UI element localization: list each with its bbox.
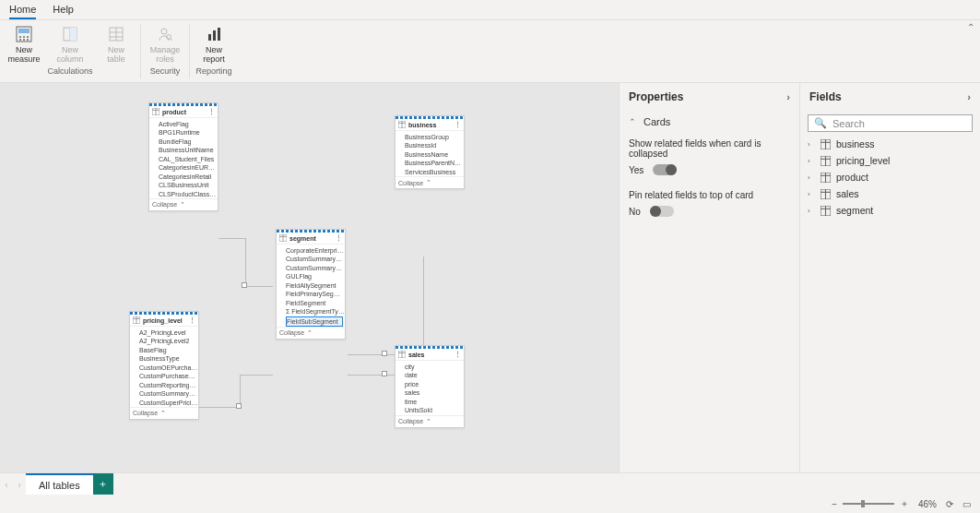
card-collapse[interactable]: Collapse⌃ [130,407,198,419]
table-card-segment[interactable]: segment⋮ CorporateEnterpriseFlagCustomSu… [276,229,346,340]
ribbon-group-sec-label: Security [150,66,181,76]
model-canvas[interactable]: product⋮ ActiveFlagBPG1RuntimeBundleFlag… [0,83,619,476]
tab-all-tables[interactable]: All tables [26,473,93,495]
manage-roles-label: Manage roles [150,46,181,65]
table-icon [821,156,831,166]
table-icon [821,189,831,199]
card-more-icon[interactable]: ⋮ [336,234,342,242]
fit-page-icon[interactable]: ⟳ [946,499,953,509]
new-report-label: New report [203,46,225,65]
table-icon [398,121,406,128]
new-table-button[interactable]: New table [96,22,136,65]
page-tabs: ‹ › All tables ＋ [0,472,980,495]
svg-rect-10 [70,28,77,41]
ribbon-group-reporting: New report Reporting [190,20,238,82]
card-collapse[interactable]: Collapse⌃ [396,415,464,427]
bar-chart-icon [205,22,223,46]
new-column-label: New column [56,46,83,65]
ribbon-group-calc-label: Calculations [47,66,92,76]
new-measure-label: New measure [7,46,40,65]
card-collapse[interactable]: Collapse⌃ [396,176,464,188]
table-card-pricing-level[interactable]: pricing_level⋮ A2_PricingLevelA2_Pricing… [129,311,199,420]
zoom-in-icon[interactable]: ＋ [900,497,909,510]
card-more-icon[interactable]: ⋮ [455,351,461,358]
related-fields-label: Show related fields when card is collaps… [620,133,799,161]
svg-rect-19 [213,30,216,41]
card-body: ActiveFlagBPG1RuntimeBundleFlagBusinessU… [149,118,218,198]
fields-pane: Fields› 🔍 Search ›business ›pricing_leve… [799,83,980,476]
card-body: A2_PricingLevelA2_PricingLevel2BaseFlagB… [130,327,198,407]
ribbon-collapse-button[interactable]: ⌃ [962,20,980,82]
zoom-slider[interactable]: − ＋ [832,497,909,510]
person-search-icon [156,22,174,46]
card-more-icon[interactable]: ⋮ [208,108,215,115]
table-icon [279,234,287,242]
fit-page-icon-2[interactable]: ▭ [962,499,971,509]
svg-point-2 [19,36,21,38]
svg-point-15 [161,29,167,34]
manage-roles-button[interactable]: Manage roles [145,22,185,65]
new-table-label: New table [107,46,125,65]
tab-home[interactable]: Home [9,1,36,19]
ribbon: New measure New column New table Calcula… [0,20,980,83]
card-more-icon[interactable]: ⋮ [455,121,461,128]
add-tab-button[interactable]: ＋ [93,473,113,495]
tab-nav-next[interactable]: › [13,473,26,495]
pin-fields-toggle[interactable] [650,206,674,217]
chevron-right-icon: › [786,91,790,102]
fields-search-input[interactable]: 🔍 Search [808,114,973,132]
properties-pane: Properties› ⌃ Cards Show related fields … [619,83,799,476]
table-icon [821,139,831,149]
svg-point-6 [23,39,25,41]
svg-rect-18 [208,34,211,41]
card-more-icon[interactable]: ⋮ [189,316,195,324]
table-icon [133,316,140,324]
card-title: sales [408,352,425,358]
search-icon: 🔍 [814,117,827,129]
svg-line-17 [171,39,172,41]
tab-nav-prev[interactable]: ‹ [0,473,13,495]
main-area: product⋮ ActiveFlagBPG1RuntimeBundleFlag… [0,83,980,476]
svg-point-3 [23,36,25,38]
chevron-up-icon: ⌃ [629,117,636,126]
field-item-segment[interactable]: ›segment [800,202,980,219]
field-item-sales[interactable]: ›sales [800,185,980,202]
card-title: business [408,122,436,128]
svg-point-5 [19,39,21,41]
cards-section-header[interactable]: ⌃ Cards [620,111,799,133]
table-card-product[interactable]: product⋮ ActiveFlagBPG1RuntimeBundleFlag… [148,102,218,211]
zoom-value: 46% [918,499,937,509]
table-icon [152,108,159,115]
field-item-business[interactable]: ›business [800,136,980,152]
card-body: CorporateEnterpriseFlagCustomSummaryUlpa… [277,245,345,327]
card-body: citydatepricesalestimeUnitsSold [396,361,464,415]
table-icon [821,206,831,216]
svg-rect-20 [218,28,220,41]
card-title: segment [289,235,316,242]
table-card-business[interactable]: business⋮ BusinessGroupBusinessIdBusines… [395,115,465,189]
fields-header[interactable]: Fields› [800,83,980,111]
related-fields-toggle[interactable] [653,164,677,175]
new-report-button[interactable]: New report [194,22,234,65]
card-collapse[interactable]: Collapse⌃ [149,198,218,210]
table-card-sales[interactable]: sales⋮ citydatepricesalestimeUnitsSold C… [395,345,465,428]
field-item-pricing-level[interactable]: ›pricing_level [800,152,980,169]
tab-help[interactable]: Help [53,1,74,19]
svg-rect-1 [18,29,30,33]
new-column-button[interactable]: New column [50,22,90,65]
table-icon [107,22,125,46]
column-icon [61,22,79,46]
field-item-product[interactable]: ›product [800,169,980,185]
svg-point-4 [27,36,29,38]
table-icon [821,173,831,183]
card-collapse[interactable]: Collapse⌃ [277,327,345,339]
zoom-out-icon[interactable]: − [832,499,837,509]
chevron-right-icon: › [967,91,971,102]
card-title: product [162,109,186,115]
svg-point-7 [27,39,29,41]
card-title: pricing_level [143,317,183,324]
related-fields-value: Yes [629,165,643,175]
new-measure-button[interactable]: New measure [4,22,44,65]
properties-header[interactable]: Properties› [620,83,799,111]
pin-fields-label: Pin related fields to top of card [620,185,799,202]
